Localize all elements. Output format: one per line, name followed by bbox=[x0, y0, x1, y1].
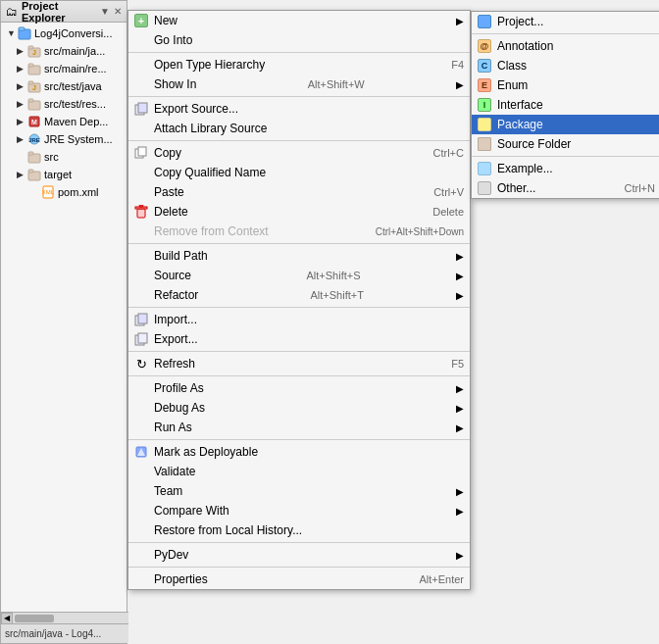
menu-item-delete[interactable]: Delete Delete bbox=[128, 202, 470, 222]
menu-item-export-source[interactable]: Export Source... bbox=[128, 99, 470, 119]
menu-label-go-into: Go Into bbox=[154, 33, 192, 47]
submenu-label-enum: Enum bbox=[497, 78, 528, 92]
svg-text:XML: XML bbox=[42, 189, 55, 195]
submenu-item-example[interactable]: Example... bbox=[472, 159, 659, 178]
menu-item-debug-as[interactable]: Debug As ▶ bbox=[128, 398, 470, 418]
submenu-item-class[interactable]: C Class bbox=[472, 56, 659, 75]
tree-item-jre-system[interactable]: ▶ JRE JRE System... bbox=[1, 130, 127, 148]
menu-item-validate[interactable]: Validate bbox=[128, 462, 470, 481]
svg-rect-30 bbox=[138, 314, 147, 323]
shortcut-refresh: F5 bbox=[431, 358, 464, 370]
menu-label-source: Source bbox=[154, 269, 191, 282]
menu-item-source[interactable]: Source Alt+Shift+S ▶ bbox=[128, 266, 470, 285]
tree-arrow-src-main-ja: ▶ bbox=[17, 46, 26, 56]
menu-label-copy-qualified: Copy Qualified Name bbox=[154, 166, 266, 179]
menu-item-team[interactable]: Team ▶ bbox=[128, 481, 470, 501]
tree-item-src-test-res[interactable]: ▶ src/test/res... bbox=[1, 95, 127, 113]
menu-item-run-as[interactable]: Run As ▶ bbox=[128, 418, 470, 437]
menu-item-copy-qualified[interactable]: Copy Qualified Name bbox=[128, 163, 470, 182]
shortcut-open-type-hierarchy: F4 bbox=[431, 59, 464, 71]
submenu-item-interface[interactable]: I Interface bbox=[472, 95, 659, 115]
tree-item-src[interactable]: ▶ src bbox=[1, 148, 127, 166]
tree-item-maven-dep[interactable]: ▶ M Maven Dep... bbox=[1, 113, 127, 130]
tree-item-src-main-re[interactable]: ▶ src/main/re... bbox=[1, 60, 127, 77]
tree-item-project[interactable]: ▼ Log4jConversi... bbox=[1, 25, 127, 42]
menu-item-restore-from-history[interactable]: Restore from Local History... bbox=[128, 520, 470, 540]
menu-label-build-path: Build Path bbox=[154, 249, 208, 263]
menu-item-paste[interactable]: Paste Ctrl+V bbox=[128, 182, 470, 202]
menu-item-import[interactable]: Import... bbox=[128, 310, 470, 329]
menu-item-open-type-hierarchy[interactable]: Open Type Hierarchy F4 bbox=[128, 55, 470, 74]
delete-icon bbox=[132, 203, 150, 221]
tree-item-target[interactable]: ▶ target bbox=[1, 166, 127, 183]
menu-item-refactor[interactable]: Refactor Alt+Shift+T ▶ bbox=[128, 285, 470, 305]
menu-item-profile-as[interactable]: Profile As ▶ bbox=[128, 378, 470, 398]
menu-item-attach-library[interactable]: Attach Library Source bbox=[128, 119, 470, 138]
export-icon bbox=[132, 330, 150, 348]
horizontal-scrollbar[interactable]: ◀ bbox=[1, 612, 128, 623]
separator-1 bbox=[128, 52, 470, 53]
src-main-re-icon bbox=[26, 61, 42, 76]
separator-7 bbox=[128, 375, 470, 376]
menu-item-show-in[interactable]: Show In Alt+Shift+W ▶ bbox=[128, 74, 470, 94]
menu-label-compare-with: Compare With bbox=[154, 504, 229, 518]
svg-rect-32 bbox=[138, 333, 147, 343]
menu-item-properties[interactable]: Properties Alt+Enter bbox=[128, 570, 470, 589]
new-submenu: Project... @ Annotation C Class E Enum bbox=[471, 11, 659, 199]
svg-rect-19 bbox=[28, 170, 33, 173]
import-icon bbox=[132, 311, 150, 328]
menu-label-debug-as: Debug As bbox=[154, 401, 205, 415]
panel-menu-icon[interactable]: ▼ bbox=[100, 6, 110, 17]
scroll-thumb[interactable] bbox=[15, 615, 54, 622]
sub-enum-icon: E bbox=[476, 76, 493, 94]
menu-item-mark-deployable[interactable]: Mark as Deployable bbox=[128, 442, 470, 462]
menu-item-compare-with[interactable]: Compare With ▶ bbox=[128, 501, 470, 520]
run-as-arrow-icon: ▶ bbox=[456, 422, 464, 433]
menu-item-build-path[interactable]: Build Path ▶ bbox=[128, 246, 470, 266]
svg-rect-26 bbox=[137, 209, 145, 218]
menu-item-new[interactable]: + New ▶ bbox=[128, 11, 470, 30]
submenu-item-other[interactable]: Other... Ctrl+N bbox=[472, 178, 659, 198]
separator-9 bbox=[128, 542, 470, 543]
submenu-label-interface: Interface bbox=[497, 98, 543, 112]
menu-item-copy[interactable]: Copy Ctrl+C bbox=[128, 143, 470, 163]
panel-close-icon[interactable]: ✕ bbox=[114, 6, 122, 17]
tree-label-target: target bbox=[44, 169, 72, 180]
shortcut-remove-from-context: Ctrl+Alt+Shift+Down bbox=[356, 226, 464, 237]
menu-label-refresh: Refresh bbox=[154, 357, 195, 371]
menu-item-remove-from-context[interactable]: Remove from Context Ctrl+Alt+Shift+Down bbox=[128, 222, 470, 241]
menu-item-refresh[interactable]: ↻ Refresh F5 bbox=[128, 354, 470, 373]
tree-item-src-main-ja[interactable]: ▶ J src/main/ja... bbox=[1, 42, 127, 60]
sub-other-icon bbox=[476, 179, 493, 197]
menu-label-run-as: Run As bbox=[154, 421, 192, 434]
sub-example-icon bbox=[476, 160, 493, 177]
menu-item-go-into[interactable]: Go Into bbox=[128, 30, 470, 50]
svg-text:M: M bbox=[31, 119, 37, 125]
submenu-item-project[interactable]: Project... bbox=[472, 12, 659, 31]
scroll-left-arrow[interactable]: ◀ bbox=[1, 613, 13, 624]
show-in-arrow-icon: ▶ bbox=[456, 79, 464, 90]
menu-item-export[interactable]: Export... bbox=[128, 329, 470, 349]
menu-item-pydev[interactable]: PyDev ▶ bbox=[128, 545, 470, 565]
tree-item-src-test-java[interactable]: ▶ J src/test/java bbox=[1, 77, 127, 95]
svg-text:J: J bbox=[32, 49, 36, 56]
deploy-icon bbox=[132, 443, 150, 461]
submenu-label-package: Package bbox=[497, 118, 543, 131]
submenu-label-other: Other... bbox=[497, 181, 535, 195]
submenu-item-source-folder[interactable]: Source Folder bbox=[472, 134, 659, 154]
sub-package-icon bbox=[476, 116, 493, 133]
context-menu: + New ▶ Go Into Open Type Hierarchy F4 S… bbox=[127, 10, 471, 590]
target-folder-icon bbox=[26, 167, 42, 182]
submenu-item-package[interactable]: Package bbox=[472, 115, 659, 134]
submenu-item-annotation[interactable]: @ Annotation bbox=[472, 36, 659, 56]
tree-label-maven-dep: Maven Dep... bbox=[44, 116, 108, 127]
panel-folder-icon: 🗂 bbox=[6, 5, 18, 19]
pydev-arrow-icon: ▶ bbox=[456, 550, 464, 561]
sub-project-icon bbox=[476, 13, 493, 30]
tree-item-pom[interactable]: ▶ XML pom.xml bbox=[1, 183, 127, 201]
tree-arrow-jre-system: ▶ bbox=[17, 134, 26, 144]
src-folder-icon bbox=[26, 149, 42, 165]
new-icon: + bbox=[132, 12, 150, 29]
svg-rect-11 bbox=[28, 99, 33, 102]
submenu-item-enum[interactable]: E Enum bbox=[472, 75, 659, 95]
